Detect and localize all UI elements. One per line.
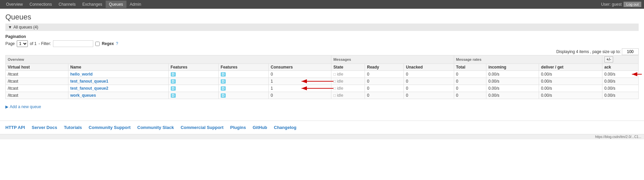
col-ready: Ready — [365, 64, 404, 71]
queue-name-link[interactable]: hello_world — [70, 72, 93, 77]
cell-total: 0 — [454, 85, 486, 92]
cell-name: work_queues — [68, 92, 168, 99]
cell-deliver: 0.00/s — [539, 85, 602, 92]
footer-plugins[interactable]: Plugins — [230, 125, 246, 130]
cell-state: □ idle — [331, 92, 365, 99]
cell-deliver: 0.00/s — [539, 78, 602, 85]
queue-name-link[interactable]: work_queues — [70, 93, 96, 98]
all-queues-label: All queues (4) — [13, 25, 38, 30]
footer-community-support[interactable]: Community Support — [89, 125, 130, 130]
cell-consumers: 1 — [268, 85, 331, 92]
regex-help[interactable]: ? — [116, 41, 118, 46]
state-checkbox: □ — [333, 79, 336, 84]
column-group-row: Overview Messages Message rates +/- — [6, 55, 639, 64]
cell-ack: 0.00/s — [602, 92, 638, 99]
of-label: of 1 — [30, 41, 37, 46]
cell-ready: 0 — [365, 78, 404, 85]
cell-consumers: 0 — [268, 71, 331, 78]
cell-unacked: 0 — [404, 78, 454, 85]
cell-consumers: 0 — [268, 92, 331, 99]
add-queue-label: Add a new queue — [10, 104, 41, 109]
footer-community-slack[interactable]: Community Slack — [137, 125, 174, 130]
cell-vhost: /itcast — [6, 71, 68, 78]
feat1-badge: D — [171, 79, 176, 84]
add-queue-toggle[interactable]: ▶ Add a new queue — [5, 104, 639, 109]
plus-minus-cell: +/- — [602, 55, 638, 64]
nav-queues[interactable]: Queues — [106, 1, 126, 8]
col-deliver: deliver / get — [539, 64, 602, 71]
cell-name: test_fanout_queue2 — [68, 85, 168, 92]
all-queues-header[interactable]: ▼ All queues (4) — [5, 24, 639, 31]
plus-minus-button[interactable]: +/- — [604, 56, 613, 62]
state-checkbox: □ — [333, 93, 336, 98]
nav-connections[interactable]: Connections — [26, 1, 55, 8]
page-select[interactable]: 1 — [17, 40, 28, 47]
pagination-label: Pagination — [5, 34, 26, 39]
cell-incoming: 0.00/s — [486, 78, 539, 85]
pagination-section: Pagination Page 1 of 1 - Filter: Regex ?… — [5, 34, 639, 47]
cell-state: □ idle — [331, 85, 365, 92]
cell-feat1: D — [168, 71, 218, 78]
state-value: idle — [337, 79, 343, 84]
queue-name-link[interactable]: test_fanout_queue1 — [70, 79, 108, 84]
nav-channels[interactable]: Channels — [55, 1, 79, 8]
cell-feat2: D — [218, 78, 268, 85]
top-nav: Overview Connections Channels Exchanges … — [0, 0, 644, 9]
cell-incoming: 0.00/s — [486, 92, 539, 99]
state-value: idle — [337, 93, 343, 98]
cell-state: □ idle — [331, 71, 365, 78]
pagination-row: Page 1 of 1 - Filter: Regex ? — [5, 40, 639, 47]
cell-vhost: /itcast — [6, 85, 68, 92]
footer-github[interactable]: GitHub — [253, 125, 267, 130]
cell-name: test_fanout_queue1 — [68, 78, 168, 85]
footer-tutorials[interactable]: Tutorials — [64, 125, 82, 130]
queues-table-wrapper: Overview Messages Message rates +/- Virt… — [5, 51, 639, 99]
queue-name-link[interactable]: test_fanout_queue2 — [70, 86, 108, 91]
queues-table: Overview Messages Message rates +/- Virt… — [5, 55, 639, 99]
cell-feat1: D — [168, 78, 218, 85]
cell-ack: 0.00/s — [602, 85, 638, 92]
feat1-badge: D — [171, 86, 176, 91]
col-feat2: Features — [218, 64, 268, 71]
footer-http-api[interactable]: HTTP API — [5, 125, 25, 130]
cell-unacked: 0 — [404, 92, 454, 99]
col-consumers: Consumers — [268, 64, 331, 71]
footer-server-docs[interactable]: Server Docs — [32, 125, 57, 130]
cell-ack: 0.00/s — [602, 71, 638, 78]
cell-incoming: 0.00/s — [486, 71, 539, 78]
filter-input[interactable] — [53, 40, 93, 47]
cell-ready: 0 — [365, 85, 404, 92]
cell-state: □ idle — [331, 78, 365, 85]
col-feat1: Features — [168, 64, 218, 71]
state-value: idle — [337, 72, 343, 77]
feat2-badge: D — [221, 93, 226, 98]
state-value: idle — [337, 86, 343, 91]
footer-changelog[interactable]: Changelog — [274, 125, 297, 130]
cell-unacked: 0 — [404, 71, 454, 78]
col-ack: ack — [602, 64, 638, 71]
col-state: State — [331, 64, 365, 71]
add-queue-arrow: ▶ — [5, 104, 8, 109]
feat2-badge: D — [221, 79, 226, 84]
nav-admin[interactable]: Admin — [126, 1, 145, 8]
regex-label: Regex — [102, 41, 114, 46]
column-header-row: Virtual host Name Features Features Cons… — [6, 64, 639, 71]
nav-overview[interactable]: Overview — [3, 1, 26, 8]
main-content: Queues ▼ All queues (4) Pagination Page … — [0, 9, 644, 115]
add-queue-section: ▶ Add a new queue — [5, 102, 639, 111]
cell-unacked: 0 — [404, 85, 454, 92]
feat1-badge: D — [171, 72, 176, 77]
cell-vhost: /itcast — [6, 92, 68, 99]
footer: HTTP API Server Docs Tutorials Community… — [0, 121, 644, 134]
feat2-badge: D — [221, 86, 226, 91]
cell-feat1: D — [168, 85, 218, 92]
footer-commercial-support[interactable]: Commercial Support — [180, 125, 223, 130]
cell-feat2: D — [218, 71, 268, 78]
state-checkbox: □ — [333, 72, 336, 77]
nav-exchanges[interactable]: Exchanges — [79, 1, 105, 8]
cell-deliver: 0.00/s — [539, 92, 602, 99]
logout-button[interactable]: Log out — [624, 2, 641, 7]
messages-group: Messages — [331, 55, 454, 64]
regex-checkbox[interactable] — [95, 42, 100, 46]
table-row: /itcast test_fanout_queue1 D D 1 □ idle … — [6, 78, 639, 85]
